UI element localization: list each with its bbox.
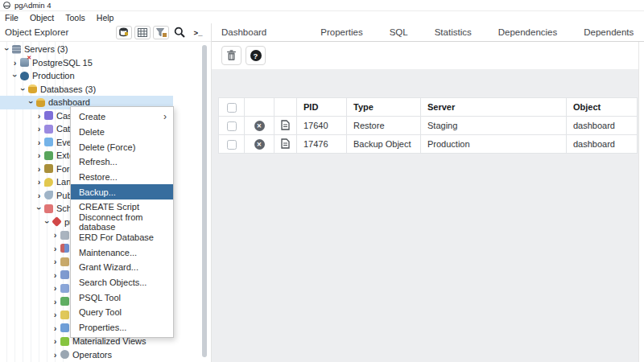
chevron-right-icon[interactable] [52,283,59,293]
chevron-right-icon[interactable] [35,124,43,134]
chevron-down-icon[interactable] [3,44,10,54]
cancel-icon[interactable]: ✕ [254,139,265,150]
cancel-icon[interactable]: ✕ [254,121,265,131]
menu-item-erd-for-database[interactable]: ERD For Database [71,230,173,245]
tab-statistics[interactable]: Statistics [433,23,473,42]
chevron-right-icon[interactable] [52,257,59,266]
context-menu: Create Delete Delete (Force) Refresh... … [70,106,174,338]
chevron-right-icon[interactable] [52,244,59,253]
extensions-icon [44,151,53,160]
details-icon[interactable] [281,120,290,130]
tab-dependents[interactable]: Dependents [582,23,635,42]
chevron-down-icon[interactable] [35,204,43,213]
menu-item-create[interactable]: Create [71,109,173,125]
select-all-checkbox[interactable] [227,103,237,113]
grid-glyph [138,28,147,37]
fts-templates-icon [60,311,69,319]
chevron-down-icon[interactable] [19,84,27,94]
search-icon[interactable] [171,26,188,39]
column-header-pid[interactable]: PID [297,98,347,117]
app-globe-icon [3,2,10,9]
menu-item-grant-wizard[interactable]: Grant Wizard... [71,260,173,275]
tree-item-production[interactable]: Production [0,69,201,83]
menu-item-query-tool[interactable]: Query Tool [71,305,173,320]
menu-item-maintenance[interactable]: Maintenance... [71,245,173,260]
help-icon: ? [250,50,262,61]
menu-item-restore[interactable]: Restore... [71,170,173,185]
menu-help[interactable]: Help [97,13,114,23]
table-row[interactable]: ✕ 17640 Restore Staging dashboard [219,117,638,135]
chevron-right-icon[interactable] [52,310,59,319]
cell-server: Production [421,135,567,154]
tree-scrollbar-thumb[interactable] [202,45,207,357]
details-icon[interactable] [281,138,290,149]
chevron-down-icon[interactable] [43,217,51,227]
cell-object: dashboard [567,135,638,154]
chevron-right-icon[interactable] [52,336,59,346]
help-button[interactable]: ? [246,46,266,65]
menu-item-search-objects[interactable]: Search Objects... [71,275,173,290]
column-header-object[interactable]: Object [567,98,638,117]
tab-dependencies[interactable]: Dependencies [497,23,559,42]
tab-sql[interactable]: SQL [388,23,410,42]
tree-item-databases[interactable]: Databases (3) [0,83,201,97]
chevron-right-icon[interactable] [35,177,43,187]
connect-database-icon[interactable] [116,26,132,39]
chevron-right-icon[interactable] [52,297,59,306]
materialized-views-icon [60,337,69,346]
chevron-down-icon[interactable] [27,97,35,107]
chevron-right-icon[interactable] [52,323,59,333]
menu-file[interactable]: File [5,13,19,23]
tree-item-operators[interactable]: Operators [0,348,201,362]
funnel-glyph [156,28,167,37]
column-header-type[interactable]: Type [347,98,421,117]
submenu-arrow-icon [163,111,167,122]
delete-process-button[interactable] [221,46,242,65]
collations-icon [60,244,69,253]
operators-icon [60,350,69,359]
chevron-right-icon[interactable] [52,230,59,240]
chevron-right-icon[interactable] [11,58,19,68]
menu-tools[interactable]: Tools [65,13,85,23]
menu-item-refresh[interactable]: Refresh... [71,154,173,170]
menu-item-delete[interactable]: Delete [71,125,173,140]
filter-icon[interactable] [153,26,169,39]
trash-icon [226,50,237,61]
processes-content: PID Type Server Object ✕ 17640 Restore S… [212,69,638,362]
row-checkbox[interactable] [227,140,237,150]
aggregates-icon [60,231,69,240]
table-row[interactable]: ✕ 17476 Backup Object Production dashboa… [219,135,638,154]
main-scrollbar-track[interactable] [638,42,644,362]
chevron-down-icon[interactable] [11,71,19,80]
chevron-right-icon[interactable] [35,138,43,147]
chevron-right-icon[interactable] [35,164,43,174]
menu-item-properties[interactable]: Properties... [71,320,173,335]
languages-icon [44,178,53,187]
event-triggers-icon [44,138,53,146]
tab-properties[interactable]: Properties [319,23,364,42]
menu-object[interactable]: Object [30,13,54,23]
table-header-row: PID Type Server Object [219,98,638,117]
view-data-grid-icon[interactable] [134,26,151,39]
chevron-right-icon[interactable] [52,350,59,360]
domains-icon [60,257,69,266]
terminal-glyph: >_ [194,28,203,37]
cell-type: Backup Object [347,135,421,154]
chevron-right-icon[interactable] [52,270,59,280]
object-explorer-title: Object Explorer [0,27,116,37]
cell-object: dashboard [567,117,638,135]
menu-item-backup[interactable]: Backup... [71,184,173,200]
menu-item-psql-tool[interactable]: PSQL Tool [71,290,173,305]
terminal-icon[interactable]: >_ [190,26,206,39]
chevron-right-icon[interactable] [35,150,43,160]
column-header-server[interactable]: Server [421,98,567,117]
tree-item-postgresql-15[interactable]: PostgreSQL 15 [0,56,201,70]
row-checkbox[interactable] [227,121,237,131]
chevron-right-icon[interactable] [35,111,43,121]
menu-item-disconnect-from-database[interactable]: Disconnect from database [71,215,173,230]
menu-item-delete-force[interactable]: Delete (Force) [71,139,173,154]
chevron-right-icon[interactable] [35,191,43,200]
tab-dashboard[interactable]: Dashboard [220,23,268,42]
tree-item-servers[interactable]: Servers (3) [0,43,201,56]
server-disconnected-icon [20,58,29,67]
